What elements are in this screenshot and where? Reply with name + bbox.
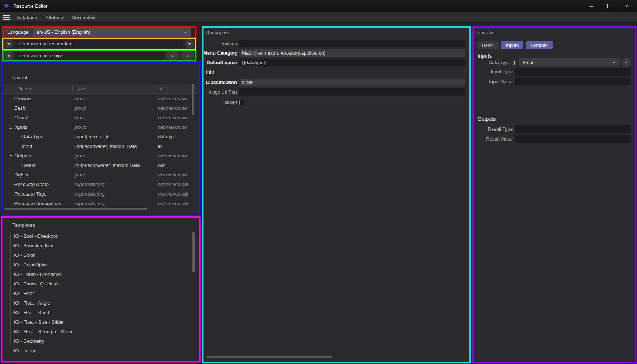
field-input[interactable]: Math (net.maxon.repository.application) [239, 49, 465, 57]
field-input[interactable] [239, 40, 465, 47]
tree-cell-name: Basic [3, 105, 72, 111]
table-row[interactable]: Inputsgroupnet.maxon.no [3, 122, 198, 132]
vertical-scrollbar[interactable] [192, 84, 194, 115]
node-type-history-dropdown-button[interactable] [4, 51, 13, 60]
field-label: Classification [203, 80, 237, 85]
window-title: Resource Editor [13, 3, 47, 9]
annotation-box-node-type: net.maxon.node.type < > [2, 50, 196, 61]
list-item[interactable]: IO - Enum - Dropdown [3, 269, 198, 279]
tree-cell-id: net.maxon.no [156, 172, 198, 178]
tree-cell-id: net.maxon.obj [156, 182, 198, 187]
table-row[interactable]: Resource Annotationsexportedstringnet.ma… [3, 199, 198, 208]
collapse-expander-icon[interactable] [9, 154, 12, 157]
field-row: Result Value [474, 135, 631, 143]
templates-list: IO - Bool - CheckboxIO - Bounding BoxIO … [3, 231, 198, 358]
table-row[interactable]: Objectgroupnet.maxon.no [3, 170, 198, 179]
template-item-label: IO - Float - Size - Slider [14, 319, 64, 325]
template-item-label: IO - Enum - Quicktab [14, 281, 59, 287]
hidden-checkbox[interactable] [239, 100, 244, 105]
horizontal-scrollbar[interactable] [207, 356, 332, 358]
next-node-button[interactable]: > [181, 51, 194, 60]
tree-cell-type: group [72, 172, 156, 178]
template-item-label: IO - Float [14, 291, 34, 296]
table-row[interactable]: Resource Tagsexportedstringnet.maxon.obj [3, 189, 198, 199]
list-item[interactable]: IO - Float - Angle [3, 298, 198, 307]
field-row: ClassificationNode [203, 79, 465, 86]
table-row[interactable]: Coordgroupnet.maxon.no [3, 113, 198, 122]
module-history-dropdown-button[interactable] [4, 39, 13, 48]
node-type-input[interactable]: net.maxon.node.type [15, 51, 164, 60]
data-type-dropdown[interactable]: Float [519, 58, 620, 66]
chevron-down-icon [625, 62, 628, 65]
table-row[interactable]: Resource Nameexportedstringnet.maxon.obj [3, 179, 198, 189]
field-input[interactable] [515, 78, 631, 85]
field-input[interactable] [515, 135, 631, 143]
list-item[interactable]: IO - Float - Size - Slider [3, 317, 198, 327]
data-type-row: Data Type ❯ Float [474, 58, 631, 67]
layout-panel-title: Layout [12, 75, 28, 80]
table-row[interactable]: Data Type[input] maxon::Iddatatype [3, 132, 198, 141]
field-row: Image Url Port [203, 88, 465, 96]
list-item[interactable]: IO - Bounding Box [3, 241, 198, 250]
list-item[interactable]: IO - Integer [3, 346, 198, 355]
table-row[interactable]: Outputsgroupnet.maxon.no [3, 151, 198, 160]
template-item-label: IO - Color [14, 252, 35, 258]
list-item[interactable]: IO - Color [3, 250, 198, 260]
vertical-scrollbar[interactable] [192, 232, 195, 272]
tab-basic[interactable]: Basic [477, 41, 499, 49]
table-row[interactable]: Result[output/converter] maxon::Dataout [3, 160, 198, 170]
menu-database[interactable]: Database [17, 15, 37, 20]
list-item[interactable]: IO - Float - Strength - Slider [3, 327, 198, 336]
annotation-box-module: net.maxon.nodes.module [2, 38, 196, 50]
info-fields: ClassificationNodeImage Url Port [203, 79, 465, 98]
language-dropdown[interactable]: en-US - English (English) [33, 28, 191, 37]
column-header-type[interactable]: Type [72, 84, 156, 93]
list-item[interactable]: IO - Bool - Checkbox [3, 231, 198, 241]
tab-outputs[interactable]: Outputs [526, 41, 553, 49]
field-value: Math (net.maxon.repository.application) [242, 50, 325, 56]
template-item-label: IO - Bool - Checkbox [14, 233, 58, 239]
module-id-value: net.maxon.nodes.module [19, 41, 72, 47]
column-header-name[interactable]: Name [3, 84, 72, 93]
templates-panel-title: Templates [12, 222, 35, 228]
tree-cell-type: group [72, 124, 156, 130]
table-row[interactable]: Basicgroupnet.maxon.no [3, 103, 198, 113]
table-row[interactable]: Input[input/converter] maxon::Datain [3, 141, 198, 151]
menu-description[interactable]: Description [72, 15, 96, 20]
field-input[interactable] [515, 125, 631, 133]
hamburger-menu-icon[interactable] [3, 15, 10, 20]
list-item[interactable]: IO - Integer - Seed [3, 355, 198, 358]
outputs-section-title: Outputs [478, 116, 496, 122]
collapse-expander-icon[interactable] [9, 125, 12, 129]
field-input[interactable] [515, 68, 631, 76]
tab-inputs[interactable]: Inputs [501, 41, 523, 49]
module-id-input[interactable]: net.maxon.nodes.module [15, 39, 183, 48]
list-item[interactable]: IO - ColorAlpha [3, 260, 198, 269]
list-item[interactable]: IO - Float - Seed [3, 307, 198, 317]
list-item[interactable]: IO - Geometry [3, 336, 198, 346]
field-input[interactable]: Node [239, 79, 465, 86]
data-type-options-button[interactable] [622, 58, 631, 67]
data-type-label: Data Type [474, 60, 510, 65]
minimize-button[interactable]: ─ [583, 0, 600, 12]
layout-tree-rows: Previewgroupnet.maxon.noBasicgroupnet.ma… [3, 94, 198, 208]
previous-node-button[interactable]: < [166, 51, 179, 60]
list-item[interactable]: IO - Enum - Quicktab [3, 279, 198, 288]
language-row-end-strip [191, 28, 195, 37]
tree-cell-id: net.maxon.obj [156, 191, 198, 197]
menu-attribute[interactable]: Attribute [46, 15, 63, 20]
field-input[interactable] [239, 88, 465, 96]
field-row: Menu CategoryMath (net.maxon.repository.… [203, 49, 465, 57]
inputs-fields: Input TypeInput Value [474, 68, 631, 87]
maximize-button[interactable] [600, 0, 618, 12]
list-item[interactable]: IO - Float [3, 288, 198, 298]
chevron-right-icon[interactable]: ❯ [512, 60, 516, 65]
horizontal-scrollbar[interactable] [4, 208, 147, 210]
field-label: Input Type [474, 69, 513, 74]
table-row[interactable]: Previewgroupnet.maxon.no [3, 94, 198, 103]
module-select-dropdown-button[interactable] [185, 39, 194, 48]
field-input[interactable]: {{datatype}} [239, 59, 465, 66]
template-item-label: IO - Enum - Dropdown [14, 272, 62, 277]
close-button[interactable]: ✕ [618, 0, 636, 12]
template-item-label: IO - Float - Seed [14, 310, 49, 315]
